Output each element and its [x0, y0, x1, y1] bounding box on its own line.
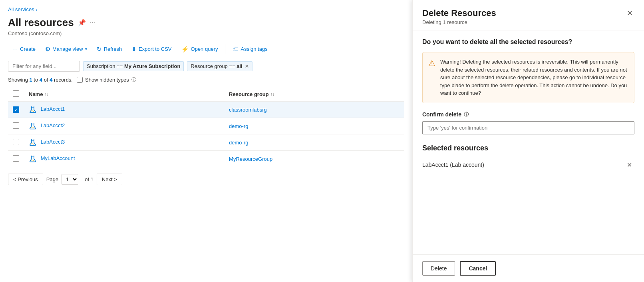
confirm-label: Confirm delete ⓘ — [422, 111, 634, 118]
download-icon: ⬇ — [131, 46, 137, 53]
lab-icon — [29, 106, 37, 114]
resource-table: Name ↑↓ Resource group ↑↓ — [8, 87, 404, 167]
close-panel-button[interactable]: ✕ — [625, 8, 634, 18]
svg-point-5 — [33, 128, 34, 128]
next-label: Next > — [102, 176, 117, 182]
resource-group-filter-remove[interactable]: ✕ — [245, 64, 249, 69]
page-label: Page — [46, 176, 58, 182]
manage-view-label: Manage view — [52, 46, 83, 52]
lab-icon — [29, 155, 37, 163]
svg-point-11 — [33, 160, 34, 161]
resource-group-column-header[interactable]: Resource group ↑↓ — [224, 87, 404, 102]
create-button[interactable]: ＋ Create — [8, 43, 40, 55]
svg-point-2 — [33, 111, 34, 112]
page-select[interactable]: 1 — [62, 174, 78, 185]
resource-name-link[interactable]: LabAccct1 — [41, 106, 65, 112]
delete-button[interactable]: Delete — [422, 261, 455, 276]
name-column-header[interactable]: Name ↑↓ — [24, 87, 224, 102]
tag-icon: 🏷 — [233, 46, 239, 52]
svg-point-1 — [32, 110, 33, 112]
table-row: LabAccct2 demo-rg — [8, 118, 404, 134]
previous-button[interactable]: < Previous — [8, 174, 43, 185]
selected-resources-title: Selected resources — [422, 144, 634, 152]
selected-resources-section: Selected resources LabAccct1 (Lab accoun… — [422, 144, 634, 173]
table-header-row: Name ↑↓ Resource group ↑↓ — [8, 87, 404, 102]
sort-icon: ↑↓ — [44, 92, 48, 96]
gear-icon: ⚙ — [45, 46, 50, 53]
delete-question: Do you want to delete all the selected r… — [422, 38, 634, 46]
panel-subtitle: Deleting 1 resource — [422, 19, 496, 25]
page-subtitle: Contoso (contoso.com) — [8, 30, 404, 36]
of-label: of 1 — [85, 176, 93, 182]
svg-point-7 — [32, 143, 33, 144]
resource-group-link[interactable]: demo-rg — [229, 140, 248, 146]
create-label: Create — [20, 46, 36, 52]
filter-input[interactable] — [8, 61, 80, 72]
resource-name-link[interactable]: LabAccct2 — [41, 122, 65, 128]
panel-body: Do you want to delete all the selected r… — [413, 30, 644, 254]
show-hidden-types-label: Show hidden types — [85, 77, 129, 83]
row-checkbox[interactable] — [13, 106, 19, 113]
open-query-label: Open query — [191, 46, 218, 52]
confirm-info-icon: ⓘ — [464, 111, 469, 118]
row-checkbox[interactable] — [13, 139, 19, 145]
subscription-filter-tag: Subscription == My Azure Subscription — [83, 61, 184, 71]
sort-icon-rg: ↑↓ — [270, 92, 274, 96]
page-header: All resources 📌 ··· — [8, 16, 404, 29]
remove-resource-button[interactable]: ✕ — [624, 160, 634, 170]
export-csv-button[interactable]: ⬇ Export to CSV — [127, 43, 175, 55]
resource-group-link[interactable]: demo-rg — [229, 123, 248, 129]
filters-row: Subscription == My Azure Subscription Re… — [8, 61, 404, 72]
confirm-section: Confirm delete ⓘ — [422, 111, 634, 134]
confirm-label-text: Confirm delete — [422, 111, 461, 118]
table-row: LabAccct3 demo-rg — [8, 134, 404, 151]
assign-tags-label: Assign tags — [241, 46, 267, 52]
previous-label: < Previous — [13, 176, 38, 182]
confirm-delete-input[interactable] — [422, 121, 634, 134]
resource-group-filter-tag: Resource group == all ✕ — [187, 61, 252, 71]
warning-icon: ⚠ — [428, 58, 435, 97]
select-all-column — [8, 87, 24, 102]
breadcrumb-arrow: › — [36, 6, 37, 12]
records-text: Showing 1 to 4 of 4 records. — [8, 77, 73, 83]
export-csv-label: Export to CSV — [139, 46, 171, 52]
delete-resources-panel: Delete Resources Deleting 1 resource ✕ D… — [412, 0, 644, 282]
cancel-button[interactable]: Cancel — [460, 261, 496, 276]
table-row: LabAccct1 classroomlabsrg — [8, 102, 404, 118]
resource-name-link[interactable]: MyLabAccount — [41, 155, 75, 161]
records-row: Showing 1 to 4 of 4 records. Show hidden… — [8, 76, 404, 83]
resource-name-link[interactable]: LabAccct3 — [41, 139, 65, 145]
refresh-icon: ↻ — [97, 46, 102, 53]
svg-point-10 — [32, 160, 33, 161]
panel-title: Delete Resources — [422, 8, 496, 18]
selected-resource-name: LabAccct1 (Lab account) — [422, 162, 484, 168]
warning-box: ⚠ Warning! Deleting the selected resourc… — [422, 52, 634, 103]
next-button[interactable]: Next > — [97, 174, 122, 185]
lab-icon — [29, 122, 37, 130]
breadcrumb[interactable]: All services › — [8, 6, 404, 12]
show-hidden-types-checkbox[interactable] — [77, 77, 83, 83]
more-options-icon[interactable]: ··· — [90, 19, 95, 26]
resource-group-filter-label: Resource group == all — [191, 63, 242, 69]
row-checkbox[interactable] — [13, 122, 19, 129]
panel-header-text: Delete Resources Deleting 1 resource — [422, 8, 496, 25]
assign-tags-button[interactable]: 🏷 Assign tags — [229, 43, 271, 55]
pin-icon[interactable]: 📌 — [78, 19, 86, 26]
toolbar-divider — [225, 44, 225, 54]
resource-group-link[interactable]: MyResourceGroup — [229, 156, 272, 162]
panel-footer: Delete Cancel — [413, 254, 644, 282]
svg-point-4 — [32, 127, 33, 128]
select-all-checkbox[interactable] — [13, 90, 19, 97]
refresh-button[interactable]: ↻ Refresh — [93, 43, 126, 55]
query-icon: ⚡ — [181, 46, 189, 53]
svg-point-8 — [33, 144, 34, 145]
resource-group-link[interactable]: classroomlabsrg — [229, 107, 267, 113]
refresh-label: Refresh — [104, 46, 122, 52]
manage-view-button[interactable]: ⚙ Manage view ▾ — [41, 43, 91, 55]
show-hidden-types-checkbox-label[interactable]: Show hidden types ⓘ — [77, 76, 136, 83]
open-query-button[interactable]: ⚡ Open query — [177, 43, 222, 55]
chevron-down-icon: ▾ — [85, 47, 87, 51]
row-checkbox[interactable] — [13, 155, 19, 162]
subscription-filter-label: Subscription == My Azure Subscription — [87, 63, 180, 69]
page-title: All resources — [8, 16, 74, 29]
